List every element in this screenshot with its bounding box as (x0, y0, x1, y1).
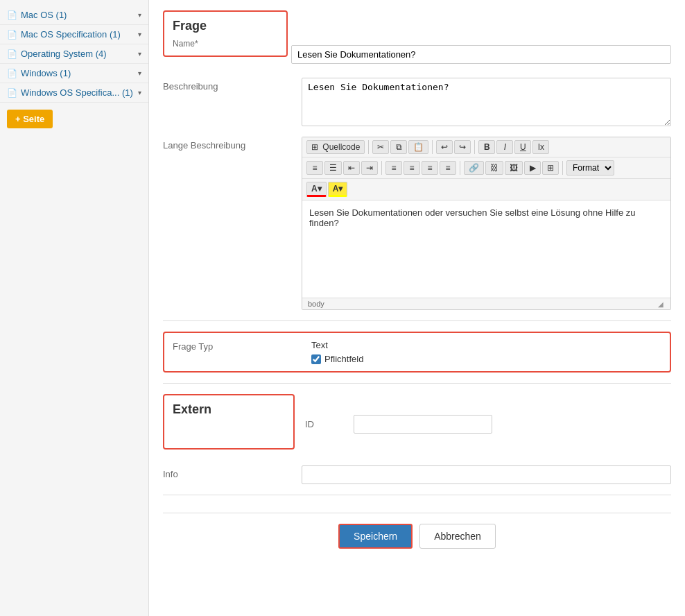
extern-row: Extern ID (163, 394, 671, 460)
cancel-button[interactable]: Abbrechen (419, 524, 496, 549)
doc-icon-5: 📄 (7, 88, 17, 98)
rte-separator-1 (368, 140, 369, 154)
frage-typ-content: Text Pflichtfeld (311, 340, 661, 364)
rte-indent-btn[interactable]: ⇥ (361, 161, 378, 175)
frage-header-section: Frage Name* (163, 10, 671, 67)
rte-align-right-btn[interactable]: ≡ (422, 161, 438, 175)
info-label: Info (163, 465, 302, 479)
rte-copy-btn[interactable]: ⧉ (390, 140, 407, 154)
frage-typ-section: Frage Typ Text Pflichtfeld (163, 332, 671, 373)
rte-italic-btn[interactable]: I (496, 140, 513, 154)
main-content: Frage Name* Beschreibung Lesen Sie Dokum… (149, 0, 685, 616)
chevron-icon-5: ▾ (138, 89, 141, 96)
sidebar-item-label-2: Mac OS Specification (1) (21, 29, 121, 40)
add-seite-button[interactable]: + Seite (7, 110, 53, 128)
frage-section-box: Frage Name* (163, 10, 288, 57)
rte-bg-color-btn[interactable]: A▾ (328, 182, 348, 197)
rte-undo-btn[interactable]: ↩ (436, 140, 453, 154)
info-row: Info (163, 465, 671, 484)
divider-3 (163, 495, 671, 495)
rte-resize-handle[interactable]: ◢ (658, 300, 665, 307)
rte-align-center-btn[interactable]: ≡ (404, 161, 420, 175)
divider-2 (163, 383, 671, 384)
sidebar: 📄 Mac OS (1) ▾ 📄 Mac OS Specification (1… (0, 0, 149, 616)
rte-justify-btn[interactable]: ≡ (440, 161, 456, 175)
rte-separator-3 (474, 140, 475, 154)
chevron-icon-2: ▾ (138, 31, 141, 38)
rte-align-left-btn[interactable]: ≡ (385, 161, 402, 175)
frage-typ-inner: Frage Typ Text Pflichtfeld (173, 340, 661, 364)
rte-underline-btn[interactable]: U (514, 140, 531, 154)
rte-font-color-btn[interactable]: A▾ (306, 182, 327, 197)
rte-content-area[interactable]: Lesen Sie Dokumentationen oder versuchen… (302, 200, 670, 298)
rte-table-btn[interactable]: ⊞ (542, 161, 559, 175)
sidebar-item-windows[interactable]: 📄 Windows (1) ▾ (0, 64, 148, 83)
extern-box: Extern (163, 394, 295, 450)
frage-typ-label: Frage Typ (173, 340, 311, 352)
doc-icon-4: 📄 (7, 69, 17, 78)
rte-media-btn[interactable]: ▶ (524, 161, 541, 175)
rte-ul-btn[interactable]: ☰ (324, 161, 342, 175)
rte-image-btn[interactable]: 🖼 (505, 161, 523, 175)
name-input[interactable] (291, 45, 671, 64)
pflichtfeld-checkbox[interactable] (311, 354, 321, 364)
rte-format-select[interactable]: Format (566, 160, 614, 176)
doc-icon-2: 📄 (7, 30, 17, 40)
extern-title: Extern (173, 402, 285, 417)
rich-text-editor: ⊞ Quellcode ✂ ⧉ 📋 ↩ ↪ B I (302, 137, 671, 310)
rte-cut-btn[interactable]: ✂ (372, 140, 389, 154)
name-label: Name* (173, 39, 278, 49)
rte-outdent-btn[interactable]: ⇤ (343, 161, 360, 175)
pflichtfeld-label: Pflichtfeld (324, 354, 363, 364)
chevron-icon-4: ▾ (138, 69, 141, 77)
rte-unlink-btn[interactable]: ⛓ (485, 161, 503, 175)
sidebar-item-mac-os-spec[interactable]: 📄 Mac OS Specification (1) ▾ (0, 25, 148, 44)
pflichtfeld-row: Pflichtfeld (311, 354, 661, 364)
rte-ol-btn[interactable]: ≡ (306, 161, 323, 175)
frage-typ-value: Text (311, 340, 661, 350)
rte-bold-btn[interactable]: B (478, 140, 495, 154)
rte-redo-btn[interactable]: ↪ (454, 140, 471, 154)
chevron-icon-3: ▾ (138, 50, 141, 58)
rte-statusbar: body ◢ (302, 298, 670, 309)
rte-toolbar-3: A▾ A▾ (302, 179, 670, 200)
rte-paste-btn[interactable]: 📋 (408, 140, 428, 154)
sidebar-item-label: Mac OS (1) (21, 10, 67, 20)
id-label: ID (305, 419, 347, 429)
beschreibung-label: Beschreibung (163, 78, 302, 92)
id-input[interactable] (354, 415, 492, 434)
lange-beschreibung-label: Lange Beschreibung (163, 137, 302, 151)
rte-quellcode-btn[interactable]: ⊞ Quellcode (306, 140, 365, 154)
beschreibung-row: Beschreibung Lesen Sie Dokumentationen? (163, 78, 671, 128)
chevron-icon: ▾ (138, 11, 141, 19)
source-icon: ⊞ (311, 142, 318, 152)
info-field (302, 465, 671, 484)
rte-toolbar-2: ≡ ☰ ⇤ ⇥ ≡ ≡ ≡ ≡ 🔗 ⛓ 🖼 (302, 157, 670, 179)
lange-beschreibung-row: Lange Beschreibung ⊞ Quellcode ✂ ⧉ (163, 137, 671, 310)
sidebar-item-label-3: Operating System (4) (21, 49, 107, 59)
doc-icon-3: 📄 (7, 49, 17, 59)
info-input[interactable] (302, 465, 671, 484)
rte-field: ⊞ Quellcode ✂ ⧉ 📋 ↩ ↪ B I (302, 137, 671, 310)
doc-icon: 📄 (7, 10, 17, 20)
beschreibung-field: Lesen Sie Dokumentationen? (302, 78, 671, 128)
save-button[interactable]: Speichern (338, 524, 413, 549)
rte-separator-5 (460, 161, 460, 175)
sidebar-item-windows-os-spec[interactable]: 📄 Windows OS Specifica... (1) ▾ (0, 83, 148, 103)
divider-1 (163, 320, 671, 321)
rte-body-label: body (308, 300, 324, 308)
frage-title: Frage (173, 19, 278, 33)
sidebar-item-mac-os[interactable]: 📄 Mac OS (1) ▾ (0, 6, 148, 25)
sidebar-item-label-4: Windows (1) (21, 68, 71, 78)
rte-link-btn[interactable]: 🔗 (464, 161, 484, 175)
sidebar-item-label-5: Windows OS Specifica... (1) (21, 87, 133, 98)
beschreibung-textarea[interactable]: Lesen Sie Dokumentationen? (302, 78, 671, 126)
sidebar-item-operating-system[interactable]: 📄 Operating System (4) ▾ (0, 44, 148, 64)
rte-color-row: A▾ A▾ (306, 182, 347, 197)
rte-toolbar-1: ⊞ Quellcode ✂ ⧉ 📋 ↩ ↪ B I (302, 137, 670, 157)
rte-strikethrough-btn[interactable]: Ix (532, 140, 549, 154)
rte-separator-6 (562, 161, 563, 175)
button-row: Speichern Abbrechen (163, 513, 671, 549)
rte-separator-4 (381, 161, 382, 175)
extern-section: Extern ID Info (163, 394, 671, 484)
